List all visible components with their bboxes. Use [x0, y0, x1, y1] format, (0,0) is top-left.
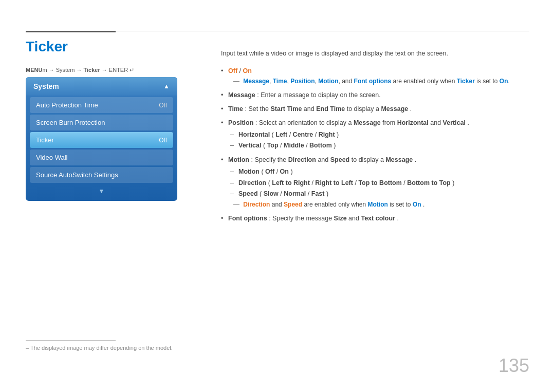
arrow-down-icon: ▼: [99, 188, 105, 195]
bullet-message: Message : Enter a message to display on …: [221, 90, 529, 100]
menu-item-label: Screen Burn Protection: [36, 119, 105, 126]
sub-speed: Speed ( Slow / Normal / Fast ): [228, 189, 529, 199]
arrow-down-container: ▼: [26, 184, 177, 196]
footer-divider: [26, 340, 116, 341]
sub-vertical: Vertical ( Top / Middle / Bottom ): [228, 140, 529, 151]
breadcrumb-ticker: Ticker: [84, 67, 100, 73]
breadcrumb: MENUm → System → Ticker → ENTER ↵: [26, 67, 134, 73]
menu-item-value: Off: [159, 137, 167, 144]
motion-sub-list: Motion ( Off / On ) Direction ( Left to …: [228, 166, 529, 199]
menu-item-source-autoswitch[interactable]: Source AutoSwitch Settings: [30, 167, 173, 183]
top-border-accent: [26, 31, 116, 32]
bullet-position: Position : Select an orientation to disp…: [221, 118, 529, 152]
page-number: 135: [498, 355, 529, 377]
content-area: Input text while a video or image is dis…: [221, 49, 529, 227]
text-off: Off: [228, 67, 237, 74]
sub-motion-toggle: Motion ( Off / On ): [228, 166, 529, 177]
bullet-list: Off / On — Message, Time, Position, Moti…: [221, 66, 529, 223]
menu-item-auto-protection[interactable]: Auto Protection Time Off: [30, 97, 173, 113]
menu-item-label: Source AutoSwitch Settings: [36, 171, 118, 179]
menu-item-label: Video Wall: [36, 154, 67, 161]
system-panel: System ▲ Auto Protection Time Off Screen…: [26, 77, 177, 201]
breadcrumb-enter: ENTER ↵: [109, 67, 134, 73]
menu-item-screen-burn[interactable]: Screen Burn Protection: [30, 115, 173, 130]
note-ticker-on: — Message, Time, Position, Motion, and F…: [233, 78, 510, 85]
sub-direction: Direction ( Left to Right / Right to Lef…: [228, 178, 529, 189]
system-panel-title: System: [33, 82, 59, 90]
text-on: On: [243, 67, 252, 74]
page-title: Ticker: [26, 39, 68, 55]
arrow-up-icon: ▲: [163, 83, 170, 90]
bullet-motion: Motion : Specify the Direction and Speed…: [221, 155, 529, 210]
menu-item-value: Off: [159, 102, 167, 109]
breadcrumb-menu: MENUm: [26, 67, 47, 73]
bullet-font-options: Font options : Specify the message Size …: [221, 213, 529, 223]
menu-item-label: Auto Protection Time: [36, 101, 98, 109]
intro-text: Input text while a video or image is dis…: [221, 49, 529, 59]
bullet-time: Time : Set the Start Time and End Time t…: [221, 104, 529, 114]
system-panel-header: System ▲: [26, 77, 177, 96]
menu-item-label: Ticker: [36, 136, 54, 144]
footer-note-text: – The displayed image may differ dependi…: [26, 345, 180, 351]
footer-note: – The displayed image may differ dependi…: [26, 340, 180, 351]
note-direction-speed: — Direction and Speed are enabled only w…: [233, 201, 424, 208]
position-sub-list: Horizontal ( Left / Centre / Right ) Ver…: [228, 129, 529, 152]
menu-item-video-wall[interactable]: Video Wall: [30, 150, 173, 165]
bullet-off-on: Off / On — Message, Time, Position, Moti…: [221, 66, 529, 86]
sub-horizontal: Horizontal ( Left / Centre / Right ): [228, 129, 529, 140]
menu-item-ticker[interactable]: Ticker Off: [30, 132, 173, 148]
breadcrumb-system: System: [56, 67, 75, 73]
